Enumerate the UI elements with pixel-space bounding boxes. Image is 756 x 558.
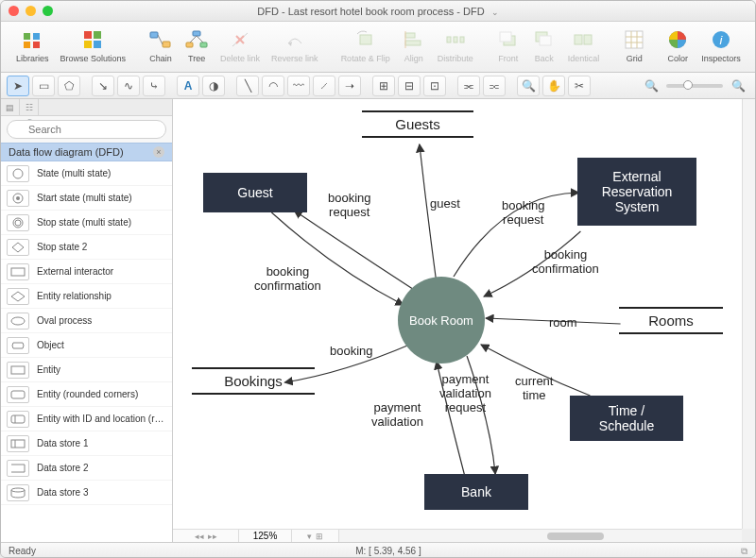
inspectors-button[interactable]: i Inspectors xyxy=(697,25,745,65)
shape-thumb-icon xyxy=(7,386,29,403)
status-bar: Ready M: [ 5.39, 4.56 ] ⧉ xyxy=(1,542,755,558)
datastore-bookings[interactable]: Bookings xyxy=(192,367,315,395)
maximize-button[interactable] xyxy=(43,6,53,16)
datastore-rooms[interactable]: Rooms xyxy=(619,307,723,334)
search-row xyxy=(1,116,172,143)
color-button[interactable]: Color xyxy=(662,25,694,65)
shape-item[interactable]: Stop state 2 xyxy=(1,235,172,260)
page-next-icon[interactable]: ▸▸ xyxy=(208,532,217,541)
back-button[interactable]: Back xyxy=(528,25,560,65)
connector-tool-3[interactable]: ⤷ xyxy=(143,76,165,96)
delete-link-button[interactable]: Delete link xyxy=(216,25,264,65)
crop-tool[interactable]: ✂ xyxy=(568,76,591,96)
shape-item[interactable]: Start state (multi state) xyxy=(1,186,172,211)
text-tool[interactable]: A xyxy=(177,76,199,96)
chain-label: Chain xyxy=(149,54,172,63)
entity-time-schedule[interactable]: Time / Schedule xyxy=(570,396,683,441)
shape-label: Entity relationship xyxy=(37,291,112,301)
libraries-button[interactable]: Libraries xyxy=(12,25,53,65)
line-tool[interactable]: ╲ xyxy=(236,76,259,96)
svg-rect-0 xyxy=(24,33,30,40)
datastore-guests[interactable]: Guests xyxy=(362,110,473,138)
shape-item[interactable]: Data store 3 xyxy=(1,481,172,505)
hscroll-thumb[interactable] xyxy=(547,533,604,540)
shape-item[interactable]: Object xyxy=(1,333,172,358)
page-settings-icon[interactable]: ⊞ xyxy=(316,532,323,541)
grid-button[interactable]: Grid xyxy=(618,25,650,65)
chain-button[interactable]: Chain xyxy=(145,25,177,65)
snap-tool-2[interactable]: ⫗ xyxy=(483,76,506,96)
reverse-link-icon xyxy=(283,27,307,52)
shape-item[interactable]: Entity xyxy=(1,358,172,382)
entity-bank[interactable]: Bank xyxy=(424,474,528,510)
vertical-scrollbar[interactable] xyxy=(742,99,755,529)
search-input[interactable] xyxy=(7,120,166,139)
pointer-tool[interactable]: ➤ xyxy=(7,76,29,96)
front-button[interactable]: Front xyxy=(492,25,524,65)
entity-ers[interactable]: External Reservation System xyxy=(577,158,696,226)
sidebar-tab-2[interactable]: ☷ xyxy=(20,99,39,115)
library-close-icon[interactable]: × xyxy=(153,146,164,158)
svg-line-14 xyxy=(190,36,197,42)
shape-item[interactable]: Entity (rounded corners) xyxy=(1,382,172,407)
close-button[interactable] xyxy=(9,6,19,16)
identical-button[interactable]: Identical xyxy=(564,25,604,65)
process-book-room[interactable]: Book Room xyxy=(398,277,485,364)
zoom-display[interactable]: 125% xyxy=(239,530,292,542)
shape-item[interactable]: State (multi state) xyxy=(1,161,172,186)
traffic-lights xyxy=(9,6,53,16)
flow-payment-validation-request: payment validation request xyxy=(439,373,491,415)
minimize-button[interactable] xyxy=(26,6,36,16)
zoom-out-icon[interactable]: 🔍 xyxy=(640,76,662,96)
zoom-thumb[interactable] xyxy=(683,80,693,90)
shape-item[interactable]: Entity relationship xyxy=(1,284,172,309)
group-tool-2[interactable]: ⊟ xyxy=(398,76,421,96)
svg-rect-11 xyxy=(193,31,200,36)
arrow-tool[interactable]: ➝ xyxy=(338,76,361,96)
shape-list[interactable]: State (multi state)Start state (multi st… xyxy=(1,161,172,542)
sidebar-tab-1[interactable]: ▤ xyxy=(1,99,20,115)
align-button[interactable]: Align xyxy=(398,25,430,65)
identical-icon xyxy=(571,27,595,52)
shape-item[interactable]: Oval process xyxy=(1,309,172,333)
shape-tool[interactable]: ⬠ xyxy=(58,76,80,96)
hand-tool[interactable]: ✋ xyxy=(542,76,565,96)
color-icon xyxy=(665,27,690,52)
entity-guest[interactable]: Guest xyxy=(203,173,307,212)
polyline-tool[interactable]: ⟋ xyxy=(313,76,335,96)
group-tool-1[interactable]: ⊞ xyxy=(372,76,395,96)
library-header[interactable]: Data flow diagram (DFD) × xyxy=(1,143,172,161)
connector-tool-2[interactable]: ∿ xyxy=(117,76,140,96)
shape-item[interactable]: Stop state (multi state) xyxy=(1,211,172,235)
svg-rect-24 xyxy=(447,37,451,42)
arc-tool[interactable]: ◠ xyxy=(262,76,284,96)
zoom-tool[interactable]: 🔍 xyxy=(517,76,540,96)
svg-rect-5 xyxy=(94,31,101,39)
shape-item[interactable]: External interactor xyxy=(1,260,172,284)
add-page-icon[interactable]: ▾ xyxy=(307,532,312,541)
eyedropper-tool[interactable]: ◑ xyxy=(202,76,225,96)
shape-item[interactable]: Entity with ID and location (rou... xyxy=(1,407,172,431)
group-tool-3[interactable]: ⊡ xyxy=(423,76,446,96)
status-resize-icon[interactable]: ⧉ xyxy=(741,546,747,557)
zoom-slider[interactable]: 🔍 🔍 xyxy=(640,76,749,96)
title-dropdown-icon[interactable]: ⌄ xyxy=(491,8,499,17)
zoom-track[interactable] xyxy=(666,84,723,88)
rotate-flip-button[interactable]: Rotate & Flip xyxy=(337,25,394,65)
shape-item[interactable]: Data store 2 xyxy=(1,456,172,481)
tree-button[interactable]: Tree xyxy=(180,25,213,65)
distribute-button[interactable]: Distribute xyxy=(434,25,477,65)
page-prev-icon[interactable]: ◂◂ xyxy=(195,532,204,541)
zoom-in-icon[interactable]: 🔍 xyxy=(727,76,749,96)
spline-tool[interactable]: 〰 xyxy=(287,76,310,96)
canvas[interactable]: Book Room Guest External Reservation Sys… xyxy=(173,99,742,529)
rect-tool[interactable]: ▭ xyxy=(32,76,55,96)
connector-tool-1[interactable]: ↘ xyxy=(92,76,114,96)
horizontal-scrollbar[interactable]: ◂◂ ▸▸ 125% ▾ ⊞ xyxy=(173,529,742,542)
shape-label: Data store 3 xyxy=(37,487,88,498)
reverse-link-button[interactable]: Reverse link xyxy=(267,25,322,65)
shape-item[interactable]: Data store 1 xyxy=(1,431,172,456)
browse-solutions-button[interactable]: Browse Solutions xyxy=(57,25,130,65)
snap-tool-1[interactable]: ⫘ xyxy=(457,76,480,96)
library-title: Data flow diagram (DFD) xyxy=(9,146,124,158)
